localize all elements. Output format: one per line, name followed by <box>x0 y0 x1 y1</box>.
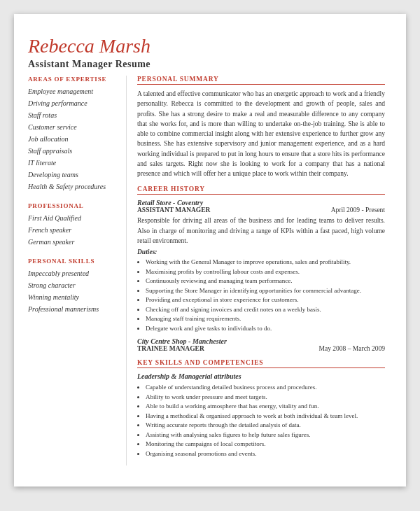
sidebar-item: First Aid Qualified <box>28 214 115 223</box>
list-item: Capable of understanding detailed busine… <box>146 383 385 393</box>
duties-label: Duties: <box>137 248 385 255</box>
summary-text: A talented and effective communicator wh… <box>137 89 385 178</box>
sidebar-item: Driving performance <box>28 99 115 108</box>
job-1-company: Retail Store - Coventry <box>137 199 385 206</box>
job-1-role: ASSISTANT MANAGER <box>137 206 210 214</box>
job-2-role: TRAINEE MANAGER <box>137 345 204 352</box>
sidebar-section-expertise: AREAS OF EXPERTISE Employee management D… <box>28 76 115 191</box>
sidebar-item: Strong character <box>28 281 115 290</box>
resume-title: Assistant Manager Resume <box>28 59 385 70</box>
list-item: Ability to work under pressure and meet … <box>146 393 385 402</box>
section-title-key-skills: KEY SKILLS AND COMPETENCIES <box>137 359 385 368</box>
job-1-desc: Responsible for driving all areas of the… <box>137 216 385 246</box>
job-1-duties: Working with the General Manager to impr… <box>137 258 385 333</box>
list-item: Writing accurate reports through the det… <box>146 421 385 430</box>
list-item: Supporting the Store Manager in identify… <box>146 286 385 296</box>
sidebar-title-professional: PROFESSIONAL <box>28 202 115 209</box>
leadership-bullets: Capable of understanding detailed busine… <box>137 383 385 458</box>
list-item: Maximising profits by controlling labour… <box>146 267 385 277</box>
job-1: Retail Store - Coventry ASSISTANT MANAGE… <box>137 199 385 333</box>
list-item: Delegate work and give tasks to individu… <box>146 324 385 334</box>
sidebar-item: Staff rotas <box>28 111 115 120</box>
sidebar-item: Health & Safety procedures <box>28 182 115 191</box>
job-2: City Centre Shop - Manchester TRAINEE MA… <box>137 337 385 352</box>
list-item: Organising seasonal promotions and event… <box>146 449 385 459</box>
sidebar-section-professional: PROFESSIONAL First Aid Qualified French … <box>28 202 115 246</box>
job-2-title-line: TRAINEE MANAGER May 2008 – March 2009 <box>137 345 385 352</box>
sidebar-item: German speaker <box>28 237 115 246</box>
sidebar-item: Employee management <box>28 87 115 96</box>
section-key-skills: KEY SKILLS AND COMPETENCIES Leadership &… <box>137 359 385 458</box>
job-1-dates: April 2009 - Present <box>331 206 385 214</box>
sidebar-section-personal-skills: PERSONAL SKILLS Impeccably presented Str… <box>28 258 115 314</box>
list-item: Providing and exceptional in store exper… <box>146 295 385 305</box>
content: PERSONAL SUMMARY A talented and effectiv… <box>126 76 385 465</box>
sidebar-title-expertise: AREAS OF EXPERTISE <box>28 76 115 83</box>
section-title-career: CAREER HISTORY <box>137 186 385 195</box>
candidate-name: Rebecca Marsh <box>28 35 385 57</box>
skills-leadership-title: Leadership & Managerial attributes <box>137 372 385 380</box>
sidebar-item: French speaker <box>28 225 115 234</box>
job-2-company: City Centre Shop - Manchester <box>137 337 385 345</box>
sidebar-item: Job allocation <box>28 134 115 144</box>
list-item: Continuously reviewing and managing team… <box>146 276 385 286</box>
sidebar-item: Impeccably presented <box>28 269 115 278</box>
sidebar: AREAS OF EXPERTISE Employee management D… <box>28 76 126 465</box>
header: Rebecca Marsh Assistant Manager Resume <box>28 35 385 70</box>
list-item: Managing staff training requirements. <box>146 314 385 324</box>
resume-page: Rebecca Marsh Assistant Manager Resume A… <box>14 14 406 486</box>
section-career: CAREER HISTORY Retail Store - Coventry A… <box>137 186 385 352</box>
sidebar-item: Winning mentality <box>28 293 115 302</box>
list-item: Able to build a working atmosphere that … <box>146 402 385 412</box>
job-2-dates: May 2008 – March 2009 <box>319 345 385 352</box>
list-item: Working with the General Manager to impr… <box>146 258 385 267</box>
section-summary: PERSONAL SUMMARY A talented and effectiv… <box>137 76 385 178</box>
list-item: Monitoring the campaigns of local compet… <box>146 440 385 449</box>
sidebar-item: Staff appraisals <box>28 146 115 155</box>
list-item: Assisting with analysing sales figures t… <box>146 430 385 440</box>
sidebar-item: Professional mannerisms <box>28 304 115 314</box>
sidebar-item: IT literate <box>28 158 115 167</box>
list-item: Checking off and signing invoices and cr… <box>146 305 385 315</box>
sidebar-item: Developing teams <box>28 170 115 179</box>
job-1-title-line: ASSISTANT MANAGER April 2009 - Present <box>137 206 385 214</box>
main-layout: AREAS OF EXPERTISE Employee management D… <box>28 76 385 465</box>
section-title-summary: PERSONAL SUMMARY <box>137 76 385 85</box>
list-item: Having a methodical & organised approach… <box>146 412 385 421</box>
sidebar-title-personal-skills: PERSONAL SKILLS <box>28 258 115 265</box>
sidebar-item: Customer service <box>28 122 115 132</box>
